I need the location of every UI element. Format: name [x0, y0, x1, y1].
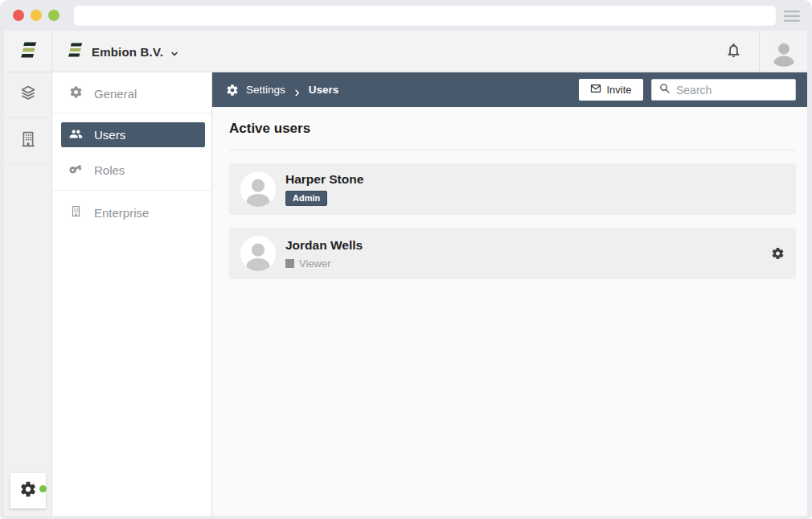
nav-item-label: General	[94, 87, 137, 101]
browser-window: Embion B.V.	[0, 0, 812, 519]
user-name: Harper Stone	[285, 172, 363, 187]
org-name: Embion B.V.	[92, 45, 163, 59]
chevron-down-icon	[170, 47, 179, 57]
key-icon	[66, 159, 85, 180]
invite-button[interactable]: Invite	[579, 79, 643, 101]
left-rail	[4, 72, 52, 516]
search-icon	[658, 82, 671, 97]
user-name: Jordan Wells	[285, 238, 363, 253]
role-label: Viewer	[299, 257, 331, 270]
layers-icon	[18, 84, 38, 106]
nav-item-roles[interactable]: Roles	[52, 155, 212, 184]
embion-logo-icon	[18, 41, 39, 62]
gear-icon	[226, 84, 239, 97]
envelope-icon	[590, 83, 601, 97]
role-indicator: Viewer	[285, 257, 363, 270]
settings-nav: General Users Roles Enterprise	[52, 72, 212, 516]
nav-item-enterprise[interactable]: Enterprise	[52, 198, 212, 227]
close-window-button[interactable]	[13, 10, 24, 21]
role-badge: Admin	[285, 191, 327, 206]
divider	[52, 113, 212, 113]
role-square-icon	[285, 259, 294, 268]
app-window: Embion B.V.	[4, 31, 807, 516]
top-app-bar: Embion B.V.	[4, 31, 807, 72]
user-row: Harper Stone Admin	[229, 163, 796, 215]
active-users-section: Active users Harper Stone Admin	[212, 107, 807, 516]
breadcrumb-bar: Settings Users Invite	[212, 72, 807, 107]
embion-logo-icon	[65, 42, 84, 61]
notifications-button[interactable]	[719, 37, 748, 66]
user-row: Jordan Wells Viewer	[229, 228, 796, 279]
building-icon	[69, 204, 83, 220]
user-avatar	[769, 36, 799, 67]
user-info: Harper Stone Admin	[285, 172, 363, 206]
gear-icon	[69, 85, 83, 101]
main-content: Settings Users Invite	[212, 72, 807, 516]
building-icon	[18, 130, 38, 152]
breadcrumb-users-current[interactable]: Users	[309, 84, 339, 96]
divider	[52, 190, 212, 191]
minimize-window-button[interactable]	[31, 10, 42, 21]
user-avatar	[240, 171, 276, 207]
browser-chrome	[0, 0, 812, 31]
account-menu[interactable]	[759, 31, 807, 72]
rail-item-enterprise[interactable]	[4, 118, 52, 164]
users-icon	[69, 127, 83, 143]
nav-item-users[interactable]: Users	[61, 122, 205, 147]
invite-button-label: Invite	[606, 84, 631, 96]
status-dot	[39, 485, 47, 492]
nav-item-label: Users	[94, 128, 125, 142]
user-settings-button[interactable]	[771, 247, 785, 261]
rail-item-devices[interactable]	[4, 72, 52, 118]
home-logo-button[interactable]	[4, 31, 52, 72]
gear-icon	[19, 480, 37, 501]
bell-icon	[725, 42, 742, 62]
nav-item-label: Enterprise	[94, 206, 149, 220]
chevron-right-icon	[293, 86, 301, 95]
nav-item-label: Roles	[94, 163, 125, 177]
browser-menu-icon[interactable]	[783, 10, 801, 22]
user-avatar	[240, 236, 276, 271]
breadcrumb-settings-link[interactable]: Settings	[246, 84, 285, 96]
user-info: Jordan Wells Viewer	[285, 238, 363, 270]
divider	[229, 150, 796, 150]
search-input[interactable]	[676, 84, 789, 97]
page-title: Active users	[229, 121, 796, 137]
zoom-window-button[interactable]	[48, 10, 59, 21]
org-switcher[interactable]: Embion B.V.	[65, 31, 179, 72]
search-box	[651, 79, 796, 101]
nav-item-general[interactable]: General	[52, 79, 212, 108]
url-bar[interactable]	[74, 6, 776, 26]
